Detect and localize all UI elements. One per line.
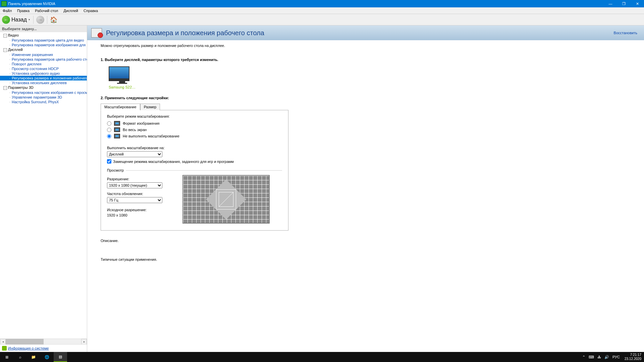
tree-item-image-preview[interactable]: Регулировка настроек изображения с просм… xyxy=(0,90,87,95)
home-button[interactable]: 🏠 xyxy=(50,16,57,23)
collapse-icon[interactable]: − xyxy=(3,48,7,52)
radio-aspect-ratio-label: Формат изображения xyxy=(123,121,160,125)
nav-toolbar: ← Назад ▼ → 🏠 xyxy=(0,14,644,25)
sidebar-header: Выберите задачу... xyxy=(0,25,87,32)
tree-item-change-resolution[interactable]: Изменение разрешения xyxy=(0,52,87,57)
restore-defaults-link[interactable]: Восстановить xyxy=(614,31,640,35)
sidebar-scrollbar[interactable]: ◂ ▸ xyxy=(0,339,87,344)
scroll-left-icon[interactable]: ◂ xyxy=(0,339,6,345)
window-title: Панель управления NVIDIA xyxy=(8,2,604,6)
maximize-button[interactable]: ❐ xyxy=(617,0,631,7)
scaling-mode-label: Выберите режим масштабирования: xyxy=(107,114,282,118)
tree-category-video[interactable]: −Видео xyxy=(0,33,87,38)
system-info-link[interactable]: Информация о системе xyxy=(8,346,49,350)
clock-date: 23.12.2020 xyxy=(625,357,641,361)
tray-network-icon[interactable]: 🖧 xyxy=(597,355,601,359)
fullscreen-icon xyxy=(114,127,120,132)
resolution-label: Разрешение: xyxy=(107,177,162,181)
tree-category-display[interactable]: −Дисплей xyxy=(0,47,87,52)
tree-item-video-color[interactable]: Регулировка параметров цвета для видео xyxy=(0,38,87,43)
override-checkbox-row[interactable]: Замещение режима масштабирования, заданн… xyxy=(107,159,282,164)
back-label: Назад xyxy=(11,17,27,23)
override-label: Замещение режима масштабирования, заданн… xyxy=(113,160,234,164)
back-dropdown-icon[interactable]: ▼ xyxy=(28,18,31,21)
tree-item-surround-physx[interactable]: Настройка Surround, PhysX xyxy=(0,100,87,104)
clock-time: 7:21:17 xyxy=(625,353,641,357)
menu-help[interactable]: Справка xyxy=(81,8,101,13)
tree-item-adjust-size-position[interactable]: Регулировка размера и положения рабочего… xyxy=(0,76,87,80)
minimize-button[interactable]: — xyxy=(604,0,617,7)
radio-fullscreen-input[interactable] xyxy=(107,128,111,132)
noscale-icon xyxy=(114,134,120,138)
scenarios-heading: Типичные ситуации применения. xyxy=(101,257,631,261)
collapse-icon[interactable]: − xyxy=(3,86,7,90)
page-header: Регулировка размера и положения рабочего… xyxy=(87,25,644,40)
tree-item-rotate-display[interactable]: Поворот дисплея xyxy=(0,62,87,66)
perform-scaling-label: Выполнить масштабирование на: xyxy=(107,146,282,150)
menu-file[interactable]: Файл xyxy=(0,8,14,13)
page-title: Регулировка размера и положения рабочего… xyxy=(106,29,610,37)
tab-size[interactable]: Размер xyxy=(140,104,160,110)
radio-aspect-ratio[interactable]: Формат изображения xyxy=(107,121,282,126)
radio-no-scaling-label: Не выполнять масштабирование xyxy=(123,134,179,138)
scrollbar-thumb[interactable] xyxy=(6,339,44,345)
toolbar-separator xyxy=(33,16,34,24)
system-tray[interactable]: ⌃ ⌨ 🖧 🔊 РУС xyxy=(580,355,622,359)
window-titlebar: Панель управления NVIDIA — ❐ ✕ xyxy=(0,0,644,7)
override-checkbox[interactable] xyxy=(107,159,111,164)
tree-item-desktop-color[interactable]: Регулировка параметров цвета рабочего ст… xyxy=(0,57,87,62)
radio-fullscreen[interactable]: Во весь экран xyxy=(107,127,282,132)
menu-desktop[interactable]: Рабочий стол xyxy=(32,8,61,13)
menu-display[interactable]: Дисплей xyxy=(61,8,81,13)
taskbar-clock[interactable]: 7:21:17 23.12.2020 xyxy=(622,353,644,361)
back-arrow-icon: ← xyxy=(2,16,10,24)
search-button[interactable]: ⌕ xyxy=(13,352,27,362)
windows-taskbar: ⊞ ⌕ 📁 🌐 ▧ ⌃ ⌨ 🖧 🔊 РУС 7:21:17 23.12.2020 xyxy=(0,352,644,362)
close-button[interactable]: ✕ xyxy=(631,0,644,7)
tree-category-3d[interactable]: −Параметры 3D xyxy=(0,85,87,90)
tab-panel-scaling: Выберите режим масштабирования: Формат и… xyxy=(101,110,288,231)
system-info-row: Информация о системе xyxy=(0,344,87,352)
tray-chevron-icon[interactable]: ⌃ xyxy=(582,355,585,359)
monitor-icon xyxy=(109,66,129,81)
app-icon xyxy=(1,1,7,6)
perform-scaling-select[interactable]: Дисплей xyxy=(107,151,162,157)
collapse-icon[interactable]: − xyxy=(3,34,7,38)
scroll-right-icon[interactable]: ▸ xyxy=(81,339,87,345)
display-label: Samsung S22… xyxy=(109,85,136,89)
page-content: Можно отрегулировать размер и положение … xyxy=(87,40,644,352)
step1-heading: 1. Выберите дисплей, параметры которого … xyxy=(101,58,631,62)
radio-no-scaling-input[interactable] xyxy=(107,134,111,138)
taskbar-app-edge[interactable]: 🌐 xyxy=(40,352,54,362)
aspect-icon xyxy=(114,121,120,126)
native-res-value: 644 x 362 xyxy=(107,213,162,217)
resolution-select[interactable]: 644 x 362 (текущее) xyxy=(107,182,162,188)
tray-keyboard-icon[interactable]: ⌨ xyxy=(589,355,594,359)
settings-tabs: Масштабирование Размер Выберите режим ма… xyxy=(101,103,631,231)
tree-item-hdcp-status[interactable]: Просмотр состояния HDCP xyxy=(0,66,87,71)
tree-item-manage-3d[interactable]: Управление параметрами 3D xyxy=(0,95,87,100)
tray-language[interactable]: РУС xyxy=(612,355,620,359)
start-button[interactable]: ⊞ xyxy=(0,352,13,362)
tree-item-digital-audio[interactable]: Установка цифрового аудио xyxy=(0,71,87,76)
forward-button[interactable]: → xyxy=(36,16,44,24)
display-tile[interactable]: Samsung S22… xyxy=(109,66,136,89)
tab-scaling[interactable]: Масштабирование xyxy=(101,104,140,110)
refresh-label: Частота обновления: xyxy=(107,192,162,196)
main-panel: Регулировка размера и положения рабочего… xyxy=(87,25,644,352)
page-header-icon xyxy=(91,28,102,38)
refresh-select[interactable]: 75 Гц xyxy=(107,197,162,203)
tree-item-video-image[interactable]: Регулировка параметров изображения для в… xyxy=(0,43,87,47)
menu-edit[interactable]: Правка xyxy=(14,8,32,13)
taskbar-app-nvidia[interactable]: ▧ xyxy=(54,352,67,362)
description-heading: Описание. xyxy=(101,239,631,243)
back-button[interactable]: ← Назад ▼ xyxy=(2,16,31,24)
task-tree: −Видео Регулировка параметров цвета для … xyxy=(0,32,87,339)
tree-item-multiple-displays[interactable]: Установка нескольких дисплеев xyxy=(0,80,87,85)
radio-no-scaling[interactable]: Не выполнять масштабирование xyxy=(107,134,282,138)
page-intro: Можно отрегулировать размер и положение … xyxy=(101,44,631,48)
taskbar-app-explorer[interactable]: 📁 xyxy=(27,352,40,362)
radio-aspect-ratio-input[interactable] xyxy=(107,121,111,126)
preview-legend: Просмотр xyxy=(107,168,282,172)
tray-volume-icon[interactable]: 🔊 xyxy=(604,355,609,359)
